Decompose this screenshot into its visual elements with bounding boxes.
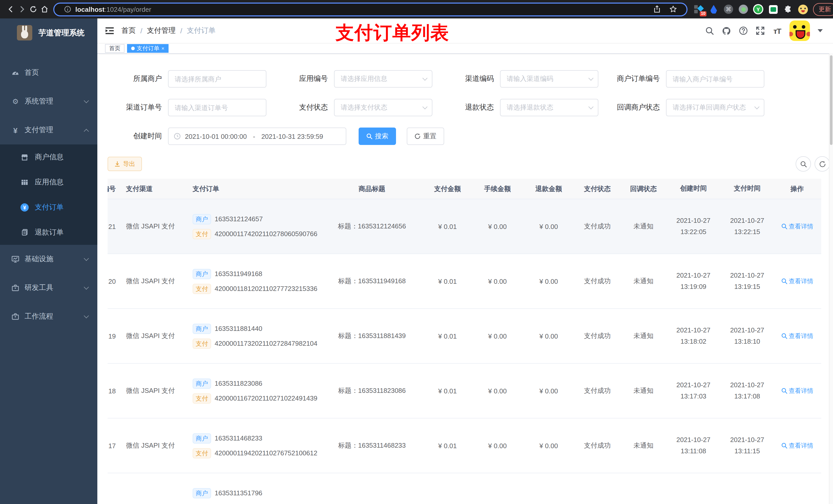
sidebar-item-merchant-info[interactable]: 商户信息 (0, 144, 97, 170)
refresh-button[interactable] (814, 156, 830, 172)
breadcrumb-home[interactable]: 首页 (121, 26, 136, 35)
view-detail-link[interactable]: 查看详情 (781, 277, 813, 286)
breadcrumb-pay-manage[interactable]: 支付管理 (147, 26, 176, 35)
browser-forward-icon[interactable] (18, 3, 26, 16)
table-row: 17 微信 JSAPI 支付 商户 1635311468233 支付 42000… (108, 418, 821, 473)
sidebar-menu: 首页 ⚙ 系统管理 ¥ 支付管理 商户信息 (0, 58, 97, 331)
show-search-button[interactable] (795, 156, 811, 172)
pay-order-icon: ¥ (21, 203, 29, 211)
cell-action: 查看详情 (774, 222, 820, 231)
merchant-tag: 商户 (193, 378, 211, 388)
logo-row[interactable]: 芋道管理系统 (0, 19, 97, 47)
reset-button[interactable]: 重置 (407, 127, 444, 145)
view-detail-link[interactable]: 查看详情 (781, 441, 813, 450)
drop-extension-icon[interactable] (709, 4, 719, 14)
pay-status-select[interactable]: 请选择支付状态 (334, 99, 432, 116)
url-bar[interactable]: localhost:1024/pay/order (53, 2, 688, 16)
user-avatar[interactable] (789, 21, 810, 41)
sidebar-item-infrastructure[interactable]: 基础设施 (0, 245, 97, 273)
chevron-down-icon (84, 256, 89, 261)
pay-order-no: 4200001194202110276752100612 (215, 449, 317, 457)
table-row: 18 微信 JSAPI 支付 商户 1635311823086 支付 42000… (108, 364, 821, 418)
cell-created: 2021-10-27 13:17:03 (667, 380, 720, 402)
collapse-sidebar-icon[interactable] (105, 27, 114, 35)
clock-icon (174, 133, 181, 140)
merchant-tag: 商户 (193, 323, 211, 334)
sidebar-item-workflow[interactable]: 工作流程 (0, 302, 97, 331)
tag-pay-order[interactable]: 支付订单× (127, 44, 169, 53)
font-size-icon[interactable]: тT (772, 26, 782, 35)
breadcrumb: 首页 / 支付管理 / 支付订单 (121, 26, 216, 35)
table-body: 21 微信 JSAPI 支付 商户 1635312124657 支付 42000… (108, 199, 821, 504)
monitor-chart-icon (11, 255, 20, 263)
tag-home[interactable]: 首页 (105, 44, 124, 53)
callback-status-select[interactable]: 请选择订单回调商户状态 (666, 99, 764, 116)
sidebar-item-home[interactable]: 首页 (0, 58, 97, 87)
browser-reload-icon[interactable] (29, 3, 38, 16)
search-button[interactable]: 搜索 (359, 127, 396, 145)
export-button[interactable]: 导出 (108, 157, 142, 171)
sidebar-item-dev-tools[interactable]: 研发工具 (0, 273, 97, 302)
view-detail-link[interactable]: 查看详情 (781, 386, 813, 395)
chevron-down-icon (588, 104, 594, 110)
sidebar-item-pay-order[interactable]: ¥ 支付订单 (0, 195, 97, 220)
site-info-icon[interactable] (61, 3, 74, 16)
url-path: :1024/pay/order (104, 5, 151, 13)
browser-chrome: localhost:1024/pay/order 10 ⌘ Y 更新 ⋮ (0, 0, 833, 19)
cell-notify: 未通知 (620, 331, 667, 341)
puzzle-extensions-icon[interactable] (783, 4, 793, 14)
channel-code-select[interactable]: 请输入渠道编码 (500, 70, 598, 88)
cell-paid: 2021-10-27 13:18:10 (720, 325, 774, 347)
cell-amount: ¥ 0.01 (423, 278, 472, 285)
dot-extension-icon[interactable] (738, 4, 748, 14)
pay-order-table: 编号 支付渠道 支付订单 商品标题 支付金额 手续金额 退款金额 支付状态 回调… (108, 179, 823, 504)
sidebar-item-system[interactable]: ⚙ 系统管理 (0, 87, 97, 116)
cell-notify: 未通知 (620, 277, 667, 286)
cell-amount: ¥ 0.01 (423, 332, 472, 340)
sidebar-item-refund-order[interactable]: 退款订单 (0, 220, 97, 245)
sidebar-item-app-info[interactable]: 应用信息 (0, 170, 97, 195)
active-dot (131, 47, 135, 50)
channel-order-no-input[interactable] (168, 99, 266, 116)
browser-back-icon[interactable] (7, 3, 15, 16)
y-extension-icon[interactable]: Y (753, 4, 763, 14)
view-detail-link[interactable]: 查看详情 (781, 332, 813, 340)
merchant-order-no: 1635311823086 (215, 380, 262, 387)
cell-channel: 微信 JSAPI 支付 (121, 277, 188, 286)
cell-order: 商户 1635311823086 支付 42000011672021102710… (188, 378, 321, 403)
merchant-order-no-input[interactable] (666, 70, 764, 88)
page-scrollbar[interactable] (829, 53, 833, 504)
cell-order: 商户 1635311468233 支付 42000011942021102767… (188, 433, 321, 458)
cell-created: 2021-10-27 13:11:08 (667, 434, 720, 457)
fullscreen-icon[interactable] (756, 26, 765, 35)
view-detail-link[interactable]: 查看详情 (781, 222, 813, 231)
github-icon[interactable] (722, 26, 731, 35)
user-menu-caret-icon[interactable] (818, 29, 823, 32)
sketch-extension-icon[interactable]: 10 (694, 4, 704, 14)
filter-form: 所属商户 应用编号 请选择应用信息 渠道编码 请输入渠道编码 商户订单编号 (97, 54, 833, 145)
command-extension-icon[interactable]: ⌘ (723, 4, 734, 14)
refund-status-label: 退款状态 (445, 103, 500, 112)
share-icon[interactable] (650, 3, 663, 16)
pay-order-no: 4200001174202110278060590766 (215, 230, 317, 238)
app-select[interactable]: 请选择应用信息 (334, 70, 432, 88)
merchant-label: 所属商户 (113, 74, 168, 83)
cell-id: 18 (108, 387, 121, 394)
search-icon[interactable] (705, 26, 714, 35)
help-icon[interactable] (739, 26, 748, 35)
refund-status-select[interactable]: 请选择退款状态 (500, 99, 598, 116)
payment-submenu: 商户信息 应用信息 ¥ 支付订单 退款订单 (0, 144, 97, 245)
chat-extension-icon[interactable] (768, 4, 778, 14)
sidebar-item-payment[interactable]: ¥ 支付管理 (0, 116, 97, 144)
close-tag-icon[interactable]: × (161, 46, 164, 51)
scrollbar-thumb[interactable] (830, 55, 832, 145)
breadcrumb-current: 支付订单 (187, 26, 216, 35)
bookmark-star-icon[interactable] (667, 3, 680, 16)
browser-update-button[interactable]: 更新 (813, 3, 833, 16)
emoji-extension-icon[interactable] (798, 4, 808, 14)
browser-home-icon[interactable] (41, 3, 49, 16)
merchant-tag: 商户 (193, 214, 211, 224)
merchant-input[interactable] (168, 70, 266, 88)
create-time-range-input[interactable]: 2021-10-01 00:00:00 - 2021-10-31 23:59:5… (168, 127, 346, 145)
dashboard-icon (11, 69, 20, 77)
